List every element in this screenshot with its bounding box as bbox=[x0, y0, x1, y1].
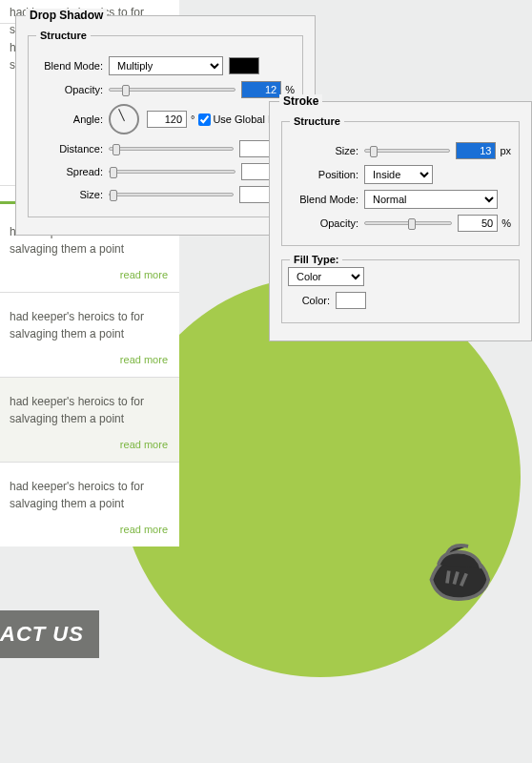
structure-legend: Structure bbox=[290, 115, 344, 127]
read-more-link[interactable]: read more bbox=[120, 439, 168, 450]
read-more-link[interactable]: read more bbox=[120, 269, 168, 280]
position-label: Position: bbox=[290, 169, 358, 180]
angle-label: Angle: bbox=[36, 113, 103, 125]
distance-slider[interactable] bbox=[109, 147, 234, 151]
use-global-light-label: Use Global Li bbox=[213, 113, 276, 125]
angle-input[interactable] bbox=[147, 111, 187, 128]
fill-type-select[interactable]: Color bbox=[288, 267, 364, 286]
news-text: had keeper's heroics to for salvaging th… bbox=[10, 478, 170, 512]
shadow-color-swatch[interactable] bbox=[229, 57, 259, 74]
opacity-input[interactable] bbox=[458, 215, 498, 232]
size-input[interactable] bbox=[456, 142, 496, 159]
structure-legend: Structure bbox=[36, 30, 91, 41]
blend-mode-label: Blend Mode: bbox=[36, 60, 103, 72]
news-text: had keeper's heroics to for salvaging th… bbox=[10, 393, 170, 427]
opacity-label: Opacity: bbox=[290, 217, 358, 229]
news-item: had keeper's heroics to for salvaging th… bbox=[0, 462, 179, 546]
news-item: had keeper's heroics to for salvaging th… bbox=[0, 292, 179, 377]
panel-title: Stroke bbox=[279, 94, 322, 108]
opacity-unit: % bbox=[501, 217, 511, 229]
size-slider[interactable] bbox=[364, 149, 450, 153]
blend-mode-label: Blend Mode: bbox=[290, 194, 358, 205]
color-label: Color: bbox=[290, 295, 330, 306]
news-text: had keeper's heroics to for salvaging th… bbox=[10, 308, 170, 342]
use-global-light-checkbox[interactable] bbox=[198, 113, 211, 126]
brand-logo bbox=[414, 523, 501, 610]
fill-type-legend: Fill Type: bbox=[290, 254, 342, 265]
opacity-label: Opacity: bbox=[36, 84, 103, 95]
blend-mode-select[interactable]: Normal bbox=[364, 190, 498, 209]
position-select[interactable]: Inside bbox=[364, 165, 433, 184]
distance-label: Distance: bbox=[36, 143, 103, 155]
panel-title: Drop Shadow bbox=[26, 9, 107, 22]
read-more-link[interactable]: read more bbox=[120, 354, 168, 365]
opacity-input[interactable] bbox=[241, 81, 281, 98]
structure-group: Structure Size: px Position: Inside Blen… bbox=[281, 115, 520, 246]
spread-label: Spread: bbox=[36, 166, 103, 177]
stroke-color-swatch[interactable] bbox=[336, 292, 366, 309]
news-item: had keeper's heroics to for salvaging th… bbox=[0, 377, 179, 462]
fill-type-group: Fill Type: Color Color: bbox=[281, 254, 520, 323]
spread-slider[interactable] bbox=[109, 170, 235, 174]
size-slider[interactable] bbox=[109, 193, 234, 196]
angle-dial[interactable] bbox=[109, 104, 139, 134]
angle-unit: ° bbox=[191, 113, 194, 125]
blend-mode-select[interactable]: Multiply bbox=[109, 56, 223, 75]
size-label: Size: bbox=[36, 189, 103, 200]
opacity-slider[interactable] bbox=[364, 221, 452, 225]
structure-group: Structure Blend Mode: Multiply Opacity: … bbox=[28, 30, 303, 217]
size-unit: px bbox=[500, 145, 511, 156]
stroke-panel: Stroke Structure Size: px Position: Insi… bbox=[269, 101, 532, 341]
read-more-link[interactable]: read more bbox=[120, 524, 168, 535]
opacity-slider[interactable] bbox=[109, 88, 235, 92]
contact-us-button[interactable]: ACT US bbox=[0, 610, 99, 658]
size-label: Size: bbox=[290, 145, 358, 156]
